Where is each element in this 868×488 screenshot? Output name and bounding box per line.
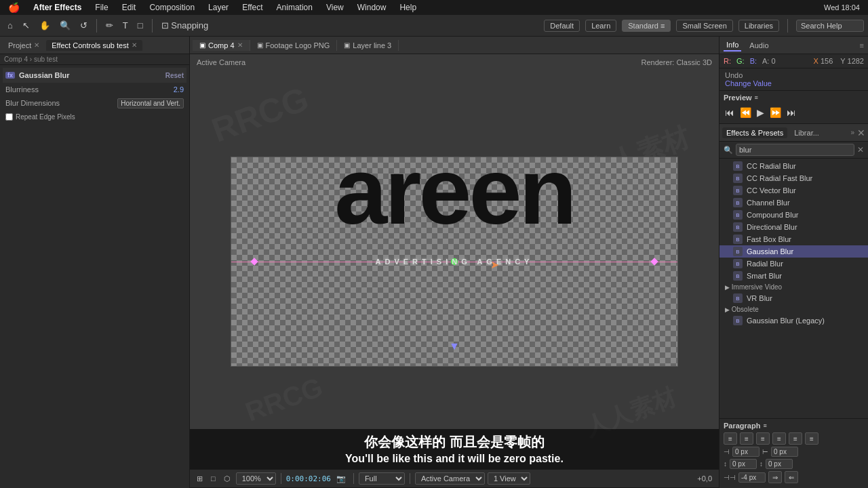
effect-vr-blur[interactable]: B VR Blur: [719, 292, 868, 304]
apple-menu[interactable]: 🍎: [5, 2, 22, 13]
undo-action[interactable]: Change Value: [725, 79, 772, 87]
para-ltr-btn[interactable]: ⇐: [785, 471, 798, 483]
para-input-2[interactable]: [771, 447, 798, 457]
tab-effect-controls[interactable]: Effect Controls sub test ✕: [46, 40, 142, 51]
align-justify-btn[interactable]: ≡: [772, 432, 786, 445]
right-panel: Info Audio ≡ R: G: B: A: 0 X 156 Y 1282 …: [719, 37, 868, 488]
comp-tab-0-close[interactable]: ✕: [237, 41, 243, 49]
help-search[interactable]: [796, 20, 864, 32]
reset-link[interactable]: Reset: [165, 72, 184, 79]
effect-channel-blur[interactable]: B Channel Blur: [719, 197, 868, 209]
menu-edit[interactable]: Edit: [119, 3, 139, 12]
prev-skip-end[interactable]: ⏭: [785, 106, 797, 119]
comp-tab-0[interactable]: ▣ Comp 4 ✕: [193, 40, 250, 51]
effect-gaussian-blur-legacy[interactable]: B Gaussian Blur (Legacy): [719, 314, 868, 327]
effect-cc-radial-fast-blur[interactable]: B CC Radial Fast Blur: [719, 172, 868, 184]
para-input-4[interactable]: [766, 459, 793, 469]
toolbar-arrow[interactable]: ↖: [19, 19, 33, 32]
gaussian-blur-legacy-icon: B: [733, 316, 743, 325]
repeat-edge-checkbox[interactable]: [5, 113, 13, 121]
obsolete-category[interactable]: ▶ Obsolete: [719, 304, 868, 314]
quality-select[interactable]: Full Half Quarter: [359, 472, 405, 485]
blur-dimensions-value[interactable]: Horizontal and Vert.: [117, 98, 184, 108]
toolbar-zoom[interactable]: 🔍: [56, 19, 74, 32]
watermark-1: RRCG: [207, 79, 314, 150]
handle-left[interactable]: [250, 258, 258, 265]
cc-radial-blur-label: CC Radial Blur: [747, 162, 796, 170]
vc-3d-btn[interactable]: ⬡: [221, 473, 233, 485]
vc-safe-btn[interactable]: □: [208, 473, 218, 484]
effect-radial-blur[interactable]: B Radial Blur: [719, 258, 868, 270]
view-select[interactable]: 1 View: [488, 472, 530, 485]
align-left-btn[interactable]: ≡: [724, 432, 737, 445]
toolbar-snapping[interactable]: ⊡ Snapping: [158, 19, 212, 32]
menu-help[interactable]: Help: [397, 3, 419, 12]
align-last-btn[interactable]: ≡: [805, 432, 818, 445]
workspace-learn[interactable]: Learn: [585, 20, 616, 32]
comp-tab-1[interactable]: ▣ Footage Logo PNG: [250, 40, 338, 51]
para-input-3[interactable]: [730, 459, 757, 469]
vc-plus-btn[interactable]: +0,0: [694, 473, 715, 484]
tab-project-close[interactable]: ✕: [34, 41, 39, 49]
menu-window[interactable]: Window: [355, 3, 389, 12]
effects-presets-tab[interactable]: Effects & Presets: [722, 127, 787, 138]
libraries-tab[interactable]: Librar...: [790, 127, 823, 138]
toolbar-pen[interactable]: ✏: [102, 19, 117, 32]
toolbar-rotate[interactable]: ↺: [77, 19, 91, 32]
effect-cc-radial-blur[interactable]: B CC Radial Blur: [719, 160, 868, 172]
prev-back[interactable]: ⏪: [738, 106, 753, 119]
workspace-libraries[interactable]: Libraries: [738, 20, 779, 32]
workspace-standard[interactable]: Standard ≡: [622, 20, 671, 32]
search-clear-btn[interactable]: ✕: [857, 145, 864, 155]
align-full-btn[interactable]: ≡: [789, 432, 802, 445]
tab-info[interactable]: Info: [724, 39, 741, 52]
menu-layer[interactable]: Layer: [205, 3, 231, 12]
comp-tab-1-label: Footage Logo PNG: [266, 41, 330, 49]
effect-directional-blur[interactable]: B Directional Blur: [719, 221, 868, 233]
toolbar-type[interactable]: T: [119, 19, 132, 32]
toolbar-shape[interactable]: □: [134, 19, 146, 32]
menu-file[interactable]: File: [92, 3, 111, 12]
prev-forward[interactable]: ⏩: [768, 106, 783, 119]
zoom-select[interactable]: 100% 50% 200%: [236, 472, 276, 485]
effects-panel-arrow[interactable]: »: [850, 129, 854, 136]
menu-composition[interactable]: Composition: [146, 3, 197, 12]
effects-close-btn[interactable]: ✕: [857, 127, 865, 138]
viewer-timecode[interactable]: 0:00:02:06: [286, 474, 331, 483]
menu-effect[interactable]: Effect: [239, 3, 265, 12]
tab-effect-controls-close[interactable]: ✕: [132, 41, 137, 49]
tab-project[interactable]: Project ✕: [3, 40, 45, 51]
vc-camera-btn[interactable]: 📷: [334, 473, 349, 485]
handle-right[interactable]: [650, 258, 658, 265]
menu-animation[interactable]: Animation: [274, 3, 315, 12]
workspace-small[interactable]: Small Screen: [676, 20, 732, 32]
effect-compound-blur[interactable]: B Compound Blur: [719, 209, 868, 221]
para-rtl-btn[interactable]: ⇒: [768, 471, 782, 483]
preview-menu[interactable]: ≡: [755, 94, 758, 101]
immersive-video-category[interactable]: ▶ Immersive Video: [719, 282, 868, 292]
effect-gaussian-blur[interactable]: B Gaussian Blur: [719, 245, 868, 258]
para-input-1[interactable]: [732, 447, 760, 457]
align-center-btn[interactable]: ≡: [740, 432, 753, 445]
paragraph-menu[interactable]: ≡: [763, 422, 766, 429]
tab-audio[interactable]: Audio: [747, 40, 771, 51]
watermark-3: RRCG: [241, 371, 327, 428]
prev-play[interactable]: ▶: [755, 106, 766, 119]
workspace-default[interactable]: Default: [544, 20, 580, 32]
toolbar-home[interactable]: ⌂: [4, 19, 16, 32]
effect-fast-box-blur[interactable]: B Fast Box Blur: [719, 233, 868, 245]
prev-skip-start[interactable]: ⏮: [724, 106, 736, 119]
effect-smart-blur[interactable]: B Smart Blur: [719, 270, 868, 282]
camera-select[interactable]: Active Camera: [415, 472, 485, 485]
effects-search-input[interactable]: [736, 144, 854, 156]
effect-cc-vector-blur[interactable]: B CC Vector Blur: [719, 184, 868, 197]
panel-menu-icon[interactable]: ≡: [860, 41, 864, 49]
para-extra-label: ⊣⊣: [724, 474, 736, 481]
blurriness-value[interactable]: 2.9: [174, 85, 184, 94]
para-input-5[interactable]: [738, 472, 766, 483]
toolbar-hand[interactable]: ✋: [36, 19, 54, 32]
comp-tab-2[interactable]: ▣ Layer line 3: [337, 40, 399, 51]
align-right-btn[interactable]: ≡: [756, 432, 770, 445]
menu-view[interactable]: View: [323, 3, 347, 12]
vc-grid-btn[interactable]: ⊞: [194, 473, 205, 485]
